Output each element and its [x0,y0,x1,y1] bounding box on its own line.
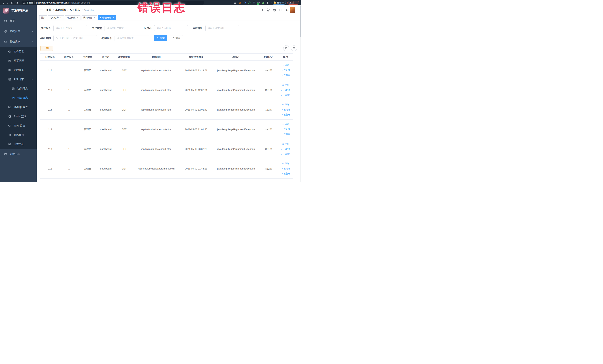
security-chip[interactable]: 不安全 [23,1,33,4]
cell-app: dashboard [97,159,115,178]
column-header-url[interactable]: 请求地址 [133,54,179,61]
forward-icon[interactable] [6,1,9,4]
search-toggle-button[interactable] [283,45,289,51]
column-header-time[interactable]: 异常发生时间 [179,54,213,61]
column-header-actions[interactable]: 操作 [278,54,293,61]
caret-down-icon[interactable] [297,9,299,11]
check-icon [281,133,283,136]
log-icon [12,96,15,99]
reset-button[interactable]: 重置 [170,35,183,41]
row-action-detail[interactable]: 详细 [278,102,292,107]
row-action-processed[interactable]: 已处理 [278,146,292,152]
column-header-user_id[interactable]: 用户编号 [60,54,78,61]
refresh-button[interactable] [291,45,297,51]
close-icon[interactable]: × [112,16,115,19]
app-logo[interactable]: 芋道管理系统 [0,5,37,16]
sidebar-item-dev-tools[interactable]: 研发工具 [0,149,37,159]
row-action-ignored[interactable]: 已忽略 [278,73,292,78]
view-icon [282,84,284,86]
tab-schedule-log[interactable]: 调度日志× [65,15,81,20]
sidebar-item-access-log[interactable]: 访问日志 [0,84,37,93]
tab-error-log[interactable]: 错误日志× [98,15,116,20]
tab-job[interactable]: 定时任务× [48,15,64,20]
column-header-status[interactable]: 处理状态 [259,54,278,61]
row-action-detail[interactable]: 详细 [278,82,292,88]
row-action-processed[interactable]: 已处理 [278,68,292,73]
github-icon[interactable] [267,9,270,12]
tab-access-log[interactable]: 访问日志× [81,15,97,20]
row-action-detail[interactable]: 详细 [278,141,292,146]
address-bar[interactable]: 不安全 dashboard.yudao.iocoder.cn/infra/log… [22,1,204,5]
sidebar-item-mysql-monitor[interactable]: MySQL 监控 [0,103,37,112]
app-name-input[interactable]: 请输入应用名 [154,25,188,31]
close-icon[interactable]: × [60,16,62,19]
puzzle-icon[interactable] [266,1,269,4]
search-icon[interactable] [260,9,263,12]
export-button[interactable]: 导出 [40,46,53,51]
column-header-exception[interactable]: 异常名 [213,54,259,61]
close-icon[interactable]: × [76,16,79,19]
scrollbar-thumb[interactable] [300,5,301,37]
bookmark-star-icon[interactable] [233,1,236,4]
row-action-detail[interactable]: 详细 [278,161,292,166]
column-header-method[interactable]: 请求方法名 [115,54,133,61]
sidebar-item-label: 系统管理 [10,30,31,33]
sidebar-item-scheduled-jobs[interactable]: 定时任务 [0,65,37,75]
leaf-icon[interactable] [262,1,265,4]
sidebar-item-system-management[interactable]: 系统管理 [0,26,37,36]
sidebar-item-api-log[interactable]: API 日志 [0,75,37,84]
row-action-processed[interactable]: 已处理 [278,88,292,93]
fullscreen-icon[interactable] [279,9,282,12]
row-action-processed[interactable]: 已处理 [278,127,292,132]
switch-icon[interactable]: on [257,1,260,4]
cell-status: 未处理 [259,61,278,80]
fontsize-icon[interactable]: TT [285,9,289,12]
row-action-detail[interactable]: 详细 [278,122,292,127]
sidebar-item-tracing[interactable]: 链路追踪 [0,130,37,140]
row-action-ignored[interactable]: 已忽略 [278,152,292,156]
column-header-app[interactable]: 应用名 [97,54,115,61]
update-button[interactable]: 更新 [287,1,299,5]
target-icon[interactable] [239,1,242,4]
row-action-ignored[interactable]: 已忽略 [278,132,292,137]
question-icon[interactable] [273,9,276,12]
breadcrumb-infrastructure[interactable]: 基础设施 [55,8,66,12]
user-type-select[interactable]: 请选择用户类型 [104,25,139,31]
row-action-processed[interactable]: 已处理 [278,166,292,171]
circle-check-icon[interactable] [248,1,251,4]
row-action-ignored[interactable]: 已忽略 [278,112,292,117]
sidebar-item-config-management[interactable]: 配置管理 [0,56,37,65]
column-header-id[interactable]: 日志编号 [40,54,60,61]
search-button[interactable]: 搜索 [154,35,167,41]
breadcrumb-api-log[interactable]: API 日志 [70,8,80,12]
user-id-input[interactable]: 请输入用户编号 [53,25,87,31]
row-action-detail[interactable]: 详细 [278,63,292,68]
sidebar-item-redis-monitor[interactable]: Redis 监控 [0,112,37,121]
sidebar-item-infrastructure[interactable]: 基础设施 [0,36,37,47]
process-status-select[interactable]: 请选择处理状态 [115,35,150,41]
tab-home[interactable]: 首页 [39,15,47,20]
date-range-input[interactable]: 开始日期 - 结束日期 [53,35,97,41]
grid-icon[interactable] [253,1,255,4]
user-avatar[interactable] [290,7,295,13]
sidebar-item-log-center[interactable]: 日志中心 [0,140,37,149]
breadcrumb-home[interactable]: 首页 [46,8,51,12]
close-icon[interactable]: × [93,16,95,19]
sidebar-item-java-monitor[interactable]: Java 监控 [0,121,37,130]
reload-icon[interactable] [11,1,14,4]
row-action-processed[interactable]: 已处理 [278,107,292,112]
column-header-user_type[interactable]: 用户类型 [78,54,97,61]
check-icon [281,173,283,175]
back-icon[interactable] [2,1,5,4]
row-action-ignored[interactable]: 已忽略 [278,93,292,97]
hamburger-icon[interactable] [40,8,43,12]
row-action-ignored[interactable]: 已忽略 [278,171,292,176]
request-url-input[interactable]: 请输入请求地址 [205,25,239,31]
sidebar-item-error-log[interactable]: 错误日志 [0,93,37,103]
sidebar-item-file-management[interactable]: 文件管理 [0,47,37,56]
sidebar-item-home[interactable]: 首页 [0,16,37,26]
home-icon[interactable] [15,1,18,4]
shield-icon[interactable] [243,1,246,4]
window-scrollbar[interactable] [300,5,302,182]
paused-badge[interactable]: 已暂停 [272,1,286,5]
